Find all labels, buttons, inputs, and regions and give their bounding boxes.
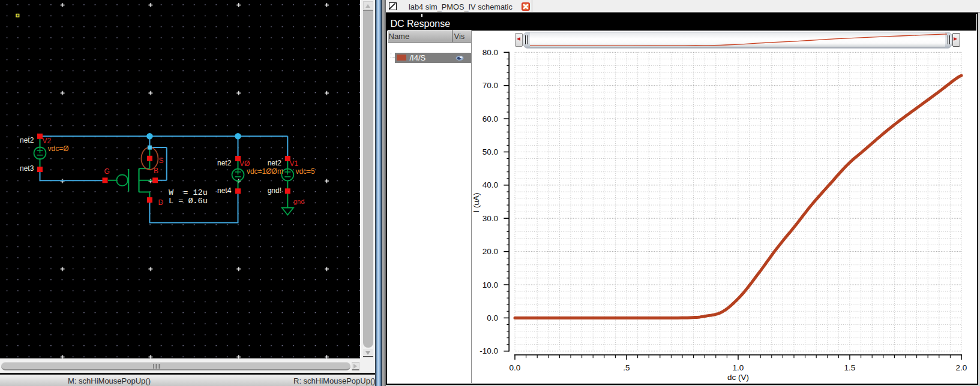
svg-text:gnd!: gnd! xyxy=(268,186,281,195)
svg-text:W = 12u: W = 12u xyxy=(169,188,208,197)
svg-text:B: B xyxy=(154,167,158,175)
svg-text:net3: net3 xyxy=(20,164,34,173)
svg-text:net4: net4 xyxy=(217,186,232,195)
svg-text:vdc=5: vdc=5 xyxy=(295,167,315,176)
svg-text:VØ: VØ xyxy=(239,159,250,168)
svg-text:D: D xyxy=(158,198,164,207)
svg-text:net2: net2 xyxy=(268,159,282,167)
svg-text:V1: V1 xyxy=(290,159,299,168)
svg-text:vdc=Ø: vdc=Ø xyxy=(48,144,69,153)
svg-text:G: G xyxy=(104,167,110,176)
svg-text:S: S xyxy=(159,156,164,165)
svg-text:net2: net2 xyxy=(20,136,34,144)
svg-text:vdc=1ØØm: vdc=1ØØm xyxy=(247,167,283,176)
svg-text:V2: V2 xyxy=(43,137,52,145)
svg-text:L = Ø.6u: L = Ø.6u xyxy=(169,197,208,206)
svg-text:gnd: gnd xyxy=(293,198,304,205)
svg-text:net2: net2 xyxy=(217,159,232,167)
